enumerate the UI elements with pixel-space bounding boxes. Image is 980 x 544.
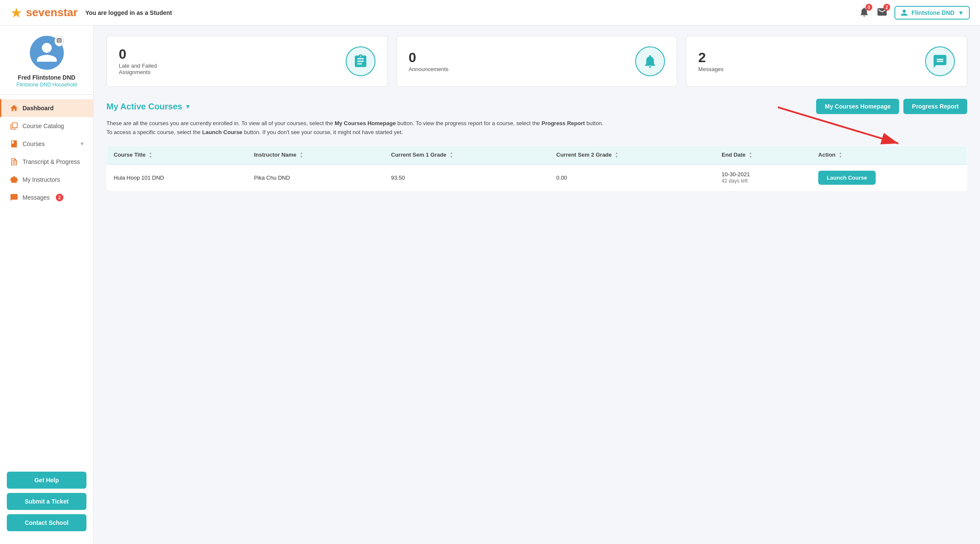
stat-info-announcements: 0 Announcements xyxy=(409,51,449,72)
profile-name: Fred Flintstone DND xyxy=(18,74,75,81)
stat-info-assignments: 0 Late and FailedAssignments xyxy=(119,47,157,75)
sidebar-item-transcript[interactable]: Transcript & Progress xyxy=(0,153,93,171)
sidebar-item-instructors-label: My Instructors xyxy=(23,176,60,183)
section-title[interactable]: My Active Courses ▼ xyxy=(106,102,191,112)
courses-table: Course Title ▲▼ Instructor Name ▲▼ Curre… xyxy=(106,146,967,191)
profile-household[interactable]: Flintstone DND Household xyxy=(16,82,77,88)
launch-course-button[interactable]: Launch Course xyxy=(818,171,876,185)
sidebar-item-transcript-label: Transcript & Progress xyxy=(23,158,80,165)
courses-dropdown-arrow: ▼ xyxy=(80,141,85,147)
sort-arrows-end-date[interactable]: ▲▼ xyxy=(749,152,752,159)
th-course-title: Course Title ▲▼ xyxy=(107,146,247,164)
section-title-dropdown-arrow: ▼ xyxy=(185,103,191,110)
user-dropdown-arrow: ▼ xyxy=(958,9,964,16)
cell-sem2-grade: 0.00 xyxy=(550,164,715,191)
table-row: Hula Hoop 101 DND Pika Chu DND 93.50 0.0… xyxy=(107,164,967,191)
sidebar-item-dashboard[interactable]: Dashboard xyxy=(0,99,93,117)
stat-icon-bell xyxy=(635,46,665,76)
stat-label-messages: Messages xyxy=(698,66,723,72)
sidebar-item-courses[interactable]: Courses ▼ xyxy=(0,135,93,153)
section-title-text: My Active Courses xyxy=(106,102,182,112)
main-content: 0 Late and FailedAssignments 0 Announcem… xyxy=(94,26,980,544)
header: ★ sevenstar You are logged in as a Stude… xyxy=(0,0,980,26)
message-bell-button[interactable]: 2 xyxy=(877,6,888,19)
submit-ticket-button[interactable]: Submit a Ticket xyxy=(7,493,86,510)
stat-label-announcements: Announcements xyxy=(409,66,449,72)
th-sem2-grade: Current Sem 2 Grade ▲▼ xyxy=(550,146,715,164)
desc-bold3: Launch Course xyxy=(202,129,243,135)
contact-school-button[interactable]: Contact School xyxy=(7,514,86,531)
stat-card-messages: 2 Messages xyxy=(686,36,967,87)
cell-course-title: Hula Hoop 101 DND xyxy=(107,164,247,191)
header-left: ★ sevenstar You are logged in as a Stude… xyxy=(10,5,172,21)
sidebar-item-instructors[interactable]: My Instructors xyxy=(0,171,93,189)
sort-arrows-action[interactable]: ▲▼ xyxy=(839,152,842,159)
logo-star-icon: ★ xyxy=(10,5,23,21)
stat-number-assignments: 0 xyxy=(119,47,157,61)
profile-section: Fred Flintstone DND Flintstone DND House… xyxy=(0,26,93,95)
sidebar-item-messages[interactable]: Messages 2 xyxy=(0,189,93,206)
stat-card-assignments: 0 Late and FailedAssignments xyxy=(106,36,388,87)
cell-end-date: 10-30-202142 days left xyxy=(715,164,811,191)
description-text: These are all the courses you are curren… xyxy=(106,119,967,137)
stats-row: 0 Late and FailedAssignments 0 Announcem… xyxy=(106,36,967,87)
notification-bell-button[interactable]: 0 xyxy=(859,6,870,19)
user-menu-button[interactable]: Flintstone DND ▼ xyxy=(894,6,970,20)
camera-icon[interactable] xyxy=(54,36,64,46)
sidebar-item-dashboard-label: Dashboard xyxy=(23,105,54,112)
th-sem1-grade: Current Sem 1 Grade ▲▼ xyxy=(384,146,550,164)
cell-instructor-name: Pika Chu DND xyxy=(247,164,384,191)
desc-bold1: My Courses Homepage xyxy=(335,120,396,126)
layout: Fred Flintstone DND Flintstone DND House… xyxy=(0,26,980,544)
header-right: 0 2 Flintstone DND ▼ xyxy=(859,6,970,20)
message-badge: 2 xyxy=(883,4,890,11)
stat-number-announcements: 0 xyxy=(409,51,449,64)
get-help-button[interactable]: Get Help xyxy=(7,472,86,489)
sort-arrows-sem2[interactable]: ▲▼ xyxy=(615,152,618,159)
th-instructor-name: Instructor Name ▲▼ xyxy=(247,146,384,164)
notification-badge: 0 xyxy=(865,4,872,11)
sort-arrows-instructor[interactable]: ▲▼ xyxy=(300,152,303,159)
sidebar-item-courses-label: Courses xyxy=(23,140,45,147)
logged-in-text: You are logged in as a Student xyxy=(85,9,172,16)
progress-report-button[interactable]: Progress Report xyxy=(903,99,967,114)
sidebar-item-course-catalog-label: Course Catalog xyxy=(23,123,64,129)
desc-bold2: Progress Report xyxy=(542,120,585,126)
sidebar: Fred Flintstone DND Flintstone DND House… xyxy=(0,26,94,544)
stat-info-messages: 2 Messages xyxy=(698,51,723,72)
sidebar-item-messages-label: Messages xyxy=(23,194,50,201)
cell-action: Launch Course xyxy=(811,164,967,191)
messages-badge: 2 xyxy=(56,194,63,201)
nav-menu: Dashboard Course Catalog Courses ▼ Trans… xyxy=(0,95,93,467)
avatar-wrapper xyxy=(30,36,64,70)
section-actions: My Courses Homepage Progress Report xyxy=(816,99,967,114)
stat-icon-chat xyxy=(925,46,955,76)
user-name: Flintstone DND xyxy=(911,9,954,16)
my-courses-homepage-button[interactable]: My Courses Homepage xyxy=(816,99,899,114)
table-wrapper: Course Title ▲▼ Instructor Name ▲▼ Curre… xyxy=(106,146,967,191)
table-body: Hula Hoop 101 DND Pika Chu DND 93.50 0.0… xyxy=(107,164,967,191)
stat-label-assignments: Late and FailedAssignments xyxy=(119,63,157,75)
sidebar-buttons: Get Help Submit a Ticket Contact School xyxy=(0,467,93,535)
sort-arrows-course-title[interactable]: ▲▼ xyxy=(149,152,152,159)
logo-text: sevenstar xyxy=(26,6,77,19)
th-action: Action ▲▼ xyxy=(811,146,967,164)
th-end-date: End Date ▲▼ xyxy=(715,146,811,164)
table-header: Course Title ▲▼ Instructor Name ▲▼ Curre… xyxy=(107,146,967,164)
logo: ★ sevenstar xyxy=(10,5,77,21)
sort-arrows-sem1[interactable]: ▲▼ xyxy=(450,152,453,159)
stat-icon-clipboard xyxy=(346,46,375,76)
section-header: My Active Courses ▼ My Courses Homepage … xyxy=(106,99,967,114)
sidebar-item-course-catalog[interactable]: Course Catalog xyxy=(0,117,93,135)
stat-number-messages: 2 xyxy=(698,51,723,64)
stat-card-announcements: 0 Announcements xyxy=(396,36,678,87)
cell-sem1-grade: 93.50 xyxy=(384,164,550,191)
